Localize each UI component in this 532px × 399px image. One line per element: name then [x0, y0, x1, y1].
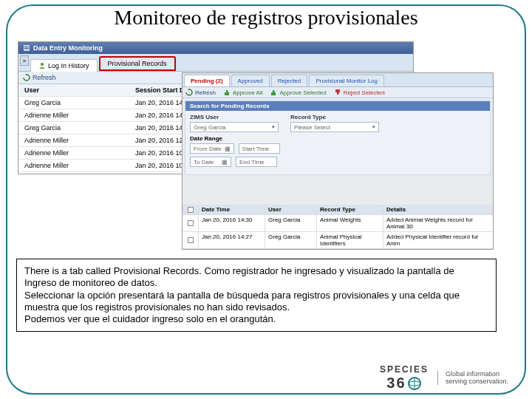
tab-label: Log In History [48, 62, 89, 69]
caption-p2: Seleccionar la opción presentará la pant… [24, 290, 488, 314]
type-label: Record Type [290, 114, 379, 120]
slide-title: Monitoreo de registros provisionales [0, 0, 532, 33]
refresh-button[interactable]: Refresh [23, 74, 56, 81]
tab-rejected[interactable]: Rejected [271, 75, 308, 86]
checkbox-icon [188, 237, 194, 243]
cell-user: Adrienne Miller [18, 109, 129, 121]
brand-number: 36 [386, 375, 406, 392]
caption-box: There is a tab called Provisional Record… [16, 259, 497, 332]
app-icon [23, 44, 30, 52]
window-title: Data Entry Monitoring [33, 44, 103, 52]
cell-user: Adrienne Miller [18, 172, 129, 174]
provisional-panel: Pending (2) Approved Rejected Provisiona… [182, 72, 494, 250]
cell-user: Greg Garcia [18, 97, 129, 109]
chevron-down-icon: ▾ [372, 124, 375, 130]
row-checkbox[interactable] [183, 232, 199, 248]
grid-header: Date Time User Record Type Details [183, 205, 493, 215]
caption-p3: Podemos ver que el cuidador ingreso solo… [24, 313, 488, 325]
footer: SPECIES 36 Global information serving co… [380, 364, 508, 392]
subtabs: Pending (2) Approved Rejected Provisiona… [183, 73, 493, 87]
refresh-button[interactable]: Refresh [185, 89, 216, 96]
caption-p1: There is a tab called Provisional Record… [24, 265, 488, 290]
cell-type: Animal Physical Identifiers [317, 232, 383, 248]
main-tabs: Log In History Provisional Records [18, 54, 413, 72]
label: Refresh [195, 89, 216, 96]
user-select[interactable]: Greg Garcia▾ [190, 122, 279, 132]
tab-pending[interactable]: Pending (2) [184, 75, 230, 86]
refresh-icon [185, 89, 193, 96]
date-range-label: Date Range [190, 135, 485, 142]
cell-user: Adrienne Miller [18, 147, 129, 159]
start-time-input[interactable]: Start Time [239, 143, 280, 154]
from-date-input[interactable]: From Date▦ [190, 143, 234, 154]
placeholder: To Date [194, 159, 214, 166]
svg-rect-1 [24, 47, 29, 47]
refresh-label: Refresh [33, 74, 56, 81]
brand-top: SPECIES [380, 364, 429, 375]
expand-button[interactable]: » [20, 55, 29, 66]
tab-provisional-records[interactable]: Provisional Records [99, 56, 176, 71]
checkbox-icon [188, 207, 194, 213]
end-time-input[interactable]: End Time [236, 157, 277, 167]
col-checkbox[interactable] [183, 205, 199, 214]
tab-label: Provisional Records [108, 60, 167, 67]
thumbs-up-icon [223, 89, 231, 96]
login-icon [38, 62, 46, 69]
row-checkbox[interactable] [183, 215, 199, 231]
cell-user: Greg Garcia [265, 232, 317, 248]
cell-user: Greg Garcia [18, 122, 129, 134]
cell-details: Added Animal Weights record for Animal 3… [383, 215, 493, 231]
label: Reject Selected [344, 89, 385, 96]
svg-rect-2 [24, 48, 29, 49]
species360-logo: SPECIES 36 [380, 364, 429, 392]
placeholder: From Date [194, 146, 222, 152]
table-row[interactable]: Jan 20, 2016 14:30 Greg Garcia Animal We… [183, 215, 493, 232]
user-label: ZIMS User [190, 114, 279, 120]
globe-icon [407, 376, 422, 391]
tag2: serving conservation. [446, 378, 508, 386]
tagline: Global information serving conservation. [437, 371, 508, 386]
thumbs-up-icon [270, 89, 277, 96]
cell-type: Animal Weights [317, 215, 383, 231]
thumbs-down-icon [334, 89, 341, 96]
select-value: Please Select [294, 124, 330, 131]
reject-selected-button[interactable]: Reject Selected [334, 89, 385, 96]
col-type[interactable]: Record Type [317, 205, 383, 214]
col-details[interactable]: Details [383, 205, 493, 214]
approve-selected-button[interactable]: Approve Selected [270, 89, 326, 96]
select-value: Greg Garcia [194, 124, 226, 131]
cell-details: Added Physical Identifier record for Ani… [383, 232, 493, 248]
cell-user: Adrienne Miller [18, 160, 129, 171]
search-panel: Search for Pending Records ZIMS User Gre… [185, 100, 491, 175]
search-title: Search for Pending Records [185, 101, 490, 111]
calendar-icon: ▦ [222, 159, 228, 166]
type-select[interactable]: Please Select▾ [290, 122, 379, 132]
refresh-icon [23, 74, 30, 81]
calendar-icon: ▦ [225, 146, 231, 152]
to-date-input[interactable]: To Date▦ [190, 157, 231, 167]
label: Approve Selected [279, 89, 326, 96]
col-user[interactable]: User [265, 205, 317, 214]
approve-all-button[interactable]: Approve All [223, 89, 262, 96]
col-date[interactable]: Date Time [199, 205, 265, 214]
checkbox-icon [188, 220, 194, 226]
titlebar: Data Entry Monitoring [18, 42, 413, 54]
col-user[interactable]: User [18, 84, 129, 96]
toolbar2: Refresh Approve All Approve Selected Rej… [183, 87, 493, 98]
label: Approve All [233, 89, 262, 96]
tab-monitor-log[interactable]: Provisional Monitor Log [309, 75, 384, 86]
pending-grid: Date Time User Record Type Details Jan 2… [183, 205, 493, 249]
tab-login-history[interactable]: Log In History [30, 59, 98, 72]
cell-date: Jan 20, 2016 14:30 [199, 215, 265, 231]
cell-user: Adrienne Miller [18, 134, 129, 146]
tab-approved[interactable]: Approved [231, 75, 270, 86]
cell-user: Greg Garcia [265, 215, 317, 231]
table-row[interactable]: Jan 20, 2016 14:27 Greg Garcia Animal Ph… [183, 232, 493, 249]
chevron-down-icon: ▾ [272, 124, 275, 130]
cell-date: Jan 20, 2016 14:27 [199, 232, 265, 248]
svg-point-3 [41, 63, 44, 66]
